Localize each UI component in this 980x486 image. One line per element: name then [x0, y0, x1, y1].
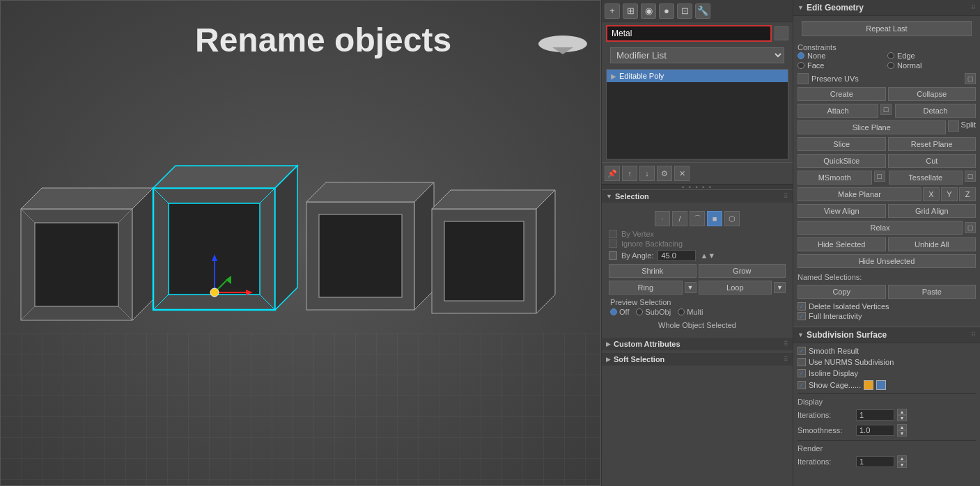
show-cage-checkbox[interactable]: ✓ — [798, 381, 806, 389]
grid-align-button[interactable]: Grid Align — [888, 204, 977, 218]
edge-mode-icon[interactable]: / — [672, 211, 687, 226]
object-name-input[interactable]: Metal — [606, 25, 772, 42]
constraint-edge-radio[interactable] — [887, 52, 894, 59]
preview-off-radio[interactable] — [610, 308, 617, 315]
view-align-button[interactable]: View Align — [798, 204, 886, 218]
subdivision-surface-header[interactable]: ▼ Subdivision Surface ⠿ — [793, 327, 980, 343]
paste-button[interactable]: Paste — [888, 285, 977, 299]
shrink-button[interactable]: Shrink — [609, 264, 697, 278]
border-mode-icon[interactable]: ⌒ — [690, 211, 705, 226]
editable-poly-item[interactable]: ▶ Editable Poly — [607, 70, 788, 82]
msmooth-button[interactable]: MSmooth — [798, 171, 872, 185]
preview-off-item[interactable]: Off — [610, 308, 629, 316]
move-up-icon[interactable]: ↑ — [622, 166, 637, 181]
move-down-icon[interactable]: ↓ — [639, 166, 655, 181]
render-iterations-input[interactable] — [856, 456, 894, 467]
viewport[interactable]: Rename objects — [0, 0, 601, 486]
poly-mode-icon[interactable]: ■ — [707, 211, 722, 226]
ring-button[interactable]: Ring — [609, 281, 683, 295]
y-button[interactable]: Y — [941, 187, 958, 201]
toolbar-plus-icon[interactable]: + — [605, 3, 620, 19]
smoothness-down-icon[interactable]: ▼ — [897, 430, 907, 437]
slice-button[interactable]: Slice — [798, 137, 886, 151]
modifier-list-dropdown[interactable]: Modifier List — [610, 47, 784, 63]
render-iter-up-icon[interactable]: ▲ — [897, 455, 907, 462]
tessellate-extra-btn[interactable]: □ — [965, 171, 976, 182]
split-checkbox[interactable] — [948, 120, 959, 132]
slice-plane-button[interactable]: Slice Plane — [798, 120, 946, 134]
toolbar-sphere-icon[interactable]: ● — [659, 3, 674, 19]
constraint-face-radio[interactable] — [798, 62, 804, 69]
use-nurms-checkbox[interactable] — [798, 358, 806, 366]
copy-button[interactable]: Copy — [798, 285, 886, 299]
constraint-edge-row[interactable]: Edge — [887, 52, 976, 60]
create-button[interactable]: Create — [798, 87, 886, 101]
soft-selection-header[interactable]: ▶ Soft Selection ⠿ — [602, 353, 793, 366]
configure-icon[interactable]: ⚙ — [657, 166, 672, 181]
z-button[interactable]: Z — [959, 187, 976, 201]
detach-button[interactable]: Detach — [895, 104, 976, 118]
smoothness-input[interactable] — [856, 425, 894, 436]
toolbar-stack-icon[interactable]: ⊞ — [623, 3, 638, 19]
ring-dropdown-icon[interactable]: ▼ — [685, 282, 697, 293]
smoothness-spinner[interactable]: ▲ ▼ — [897, 424, 907, 437]
preview-subobj-item[interactable]: SubObj — [636, 308, 671, 316]
relax-button[interactable]: Relax — [798, 221, 963, 235]
x-button[interactable]: X — [923, 187, 940, 201]
angle-spinner[interactable]: ▲▼ — [700, 251, 715, 260]
iterations-spinner[interactable]: ▲ ▼ — [897, 409, 907, 421]
quickslice-button[interactable]: QuickSlice — [798, 154, 886, 168]
element-mode-icon[interactable]: ⬡ — [724, 211, 740, 226]
preview-multi-item[interactable]: Multi — [678, 308, 703, 316]
constraint-normal-row[interactable]: Normal — [887, 61, 976, 70]
isoline-display-checkbox[interactable]: ✓ — [798, 369, 806, 377]
attach-extra-btn[interactable]: □ — [880, 104, 892, 115]
toolbar-grid-icon[interactable]: ⊡ — [677, 3, 692, 19]
selection-section-header[interactable]: ▼ Selection ⠿ — [602, 190, 793, 203]
ignore-backfacing-checkbox[interactable] — [609, 240, 617, 248]
preview-subobj-radio[interactable] — [636, 308, 643, 315]
render-iter-down-icon[interactable]: ▼ — [897, 462, 907, 468]
delete-modifier-icon[interactable]: ✕ — [674, 166, 690, 181]
render-iterations-spinner[interactable]: ▲ ▼ — [897, 455, 907, 468]
loop-button[interactable]: Loop — [699, 281, 772, 295]
loop-dropdown-icon[interactable]: ▼ — [774, 282, 786, 293]
angle-input[interactable]: 45.0 — [658, 250, 696, 261]
cut-button[interactable]: Cut — [888, 154, 977, 168]
toolbar-camera-icon[interactable]: ◉ — [641, 3, 656, 19]
iterations-up-icon[interactable]: ▲ — [897, 409, 907, 415]
hide-unselected-button[interactable]: Hide Unselected — [798, 254, 976, 268]
custom-attributes-header[interactable]: ▶ Custom Attributes ⠿ — [602, 338, 793, 350]
preserve-uvs-checkbox[interactable] — [798, 73, 809, 84]
constraint-face-row[interactable]: Face — [798, 61, 886, 70]
iterations-input[interactable] — [856, 409, 894, 421]
grow-button[interactable]: Grow — [699, 264, 786, 278]
show-cage-color1[interactable] — [864, 380, 873, 390]
repeat-last-button[interactable]: Repeat Last — [802, 21, 972, 36]
vertex-mode-icon[interactable]: · — [655, 211, 670, 226]
by-vertex-checkbox[interactable] — [609, 230, 617, 238]
constraint-normal-radio[interactable] — [887, 62, 894, 69]
pin-icon[interactable]: 📌 — [605, 166, 620, 181]
toolbar-wrench-icon[interactable]: 🔧 — [695, 3, 710, 19]
name-icon[interactable] — [775, 26, 788, 40]
by-angle-checkbox[interactable] — [609, 251, 617, 260]
constraint-none-radio[interactable] — [798, 52, 804, 59]
tessellate-button[interactable]: Tessellate — [889, 171, 963, 185]
full-interactivity-checkbox[interactable]: ✓ — [798, 312, 806, 320]
msmooth-extra-btn[interactable]: □ — [874, 171, 885, 182]
preserve-uvs-extra-btn[interactable]: □ — [965, 73, 976, 84]
preview-multi-radio[interactable] — [678, 308, 685, 315]
constraint-none-row[interactable]: None — [798, 52, 886, 60]
delete-isolated-checkbox[interactable]: ✓ — [798, 302, 806, 311]
hide-selected-button[interactable]: Hide Selected — [798, 237, 886, 251]
attach-button[interactable]: Attach — [798, 104, 878, 118]
iterations-down-icon[interactable]: ▼ — [897, 415, 907, 421]
relax-extra-btn[interactable]: □ — [965, 222, 976, 233]
smooth-result-checkbox[interactable]: ✓ — [798, 347, 806, 355]
reset-plane-button[interactable]: Reset Plane — [888, 137, 977, 151]
unhide-all-button[interactable]: Unhide All — [888, 237, 977, 251]
make-planar-button[interactable]: Make Planar — [798, 187, 921, 201]
smoothness-up-icon[interactable]: ▲ — [897, 424, 907, 430]
show-cage-color2[interactable] — [876, 380, 886, 390]
